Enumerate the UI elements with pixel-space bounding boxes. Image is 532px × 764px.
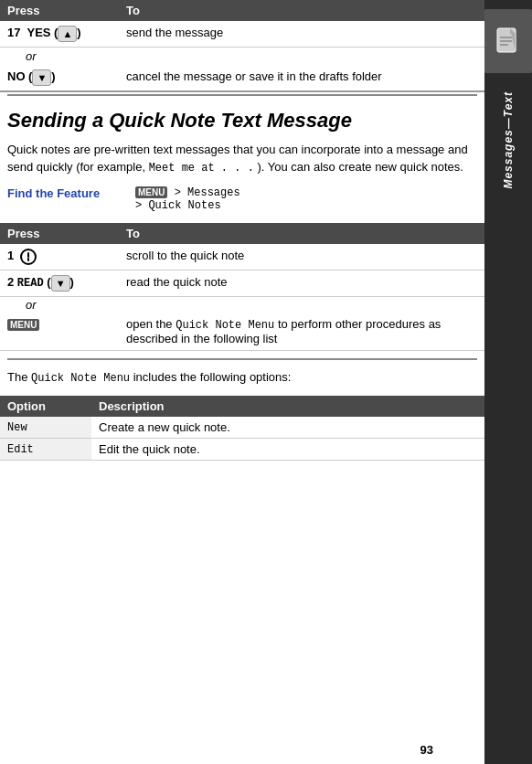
no-button-label: NO (▼) [7, 69, 56, 83]
find-feature-block: Find the Feature MENU > Messages > Quick… [7, 186, 477, 212]
sidebar-text: Messages—Text [502, 91, 515, 189]
find-feature-label: Find the Feature [7, 186, 135, 212]
scroll-icon [20, 249, 37, 265]
sidebar-icon-box [484, 9, 532, 73]
yes-button: YES (▲) [27, 26, 80, 39]
table-row: 17 YES (▲) send the message [0, 21, 484, 48]
section-divider [7, 94, 477, 96]
second-table-header: Press To [0, 223, 484, 244]
second-to-header: To [119, 223, 484, 244]
bottom-suffix: includes the following options: [133, 370, 292, 384]
path-line2: > Quick Notes [135, 199, 221, 212]
sidebar: Messages—Text [484, 0, 532, 764]
menu-table-row: MENU open the Quick Note Menu to perform… [0, 313, 484, 351]
row1-press: 1 [0, 244, 119, 271]
document-icon [492, 25, 525, 58]
or-row2: or [0, 297, 484, 313]
top-table-header: Press To [0, 0, 484, 21]
option-col-header: Option [0, 396, 91, 417]
find-feature-path: MENU > Messages > Quick Notes [135, 186, 240, 212]
list-item: Edit Edit the quick note. [0, 439, 484, 461]
option-new: New [0, 417, 91, 439]
options-header: Option Description [0, 396, 484, 417]
desc-edit: Edit the quick note. [91, 439, 484, 461]
read-button-label: READ [17, 278, 44, 291]
bottom-prefix: The [7, 370, 27, 384]
no-table-row: NO (▼) cancel the message or save it in … [0, 65, 484, 91]
bottom-monospace: Quick Note Menu [31, 372, 130, 385]
yes-btn-icon: ▲ [58, 26, 77, 42]
menu-icon: MENU [135, 186, 167, 198]
press-header: Press [0, 0, 119, 21]
step-press-17: 17 YES (▲) [0, 21, 119, 48]
second-press-header: Press [0, 223, 119, 244]
to-header: To [119, 0, 484, 21]
menu-to-suffix: to perform other procedures as described… [126, 317, 441, 345]
no-btn-icon: ▼ [32, 69, 51, 86]
bottom-divider [7, 358, 477, 360]
menu-to-monospace: Quick Note Menu [176, 319, 274, 332]
table-row: 2 READ (▼) read the quick note [0, 271, 484, 297]
row2-to: read the quick note [119, 271, 484, 297]
options-table: Option Description New Create a new quic… [0, 396, 484, 461]
monospace-example: Meet me at . . . [149, 162, 254, 175]
menu-to-prefix: open the [126, 317, 173, 331]
row2-press: 2 READ (▼) [0, 271, 119, 297]
top-table: Press To 17 YES (▲) send the message or … [0, 0, 484, 92]
no-press: NO (▼) [0, 65, 119, 91]
or-row: or [0, 48, 484, 66]
row1-to: scroll to the quick note [119, 244, 484, 271]
or-label: or [0, 48, 484, 66]
step-to-17: send the message [119, 21, 484, 48]
menu-to: open the Quick Note Menu to perform othe… [119, 313, 484, 351]
read-btn-icon: ▼ [51, 275, 70, 292]
section-title: Sending a Quick Note Text Message [7, 109, 477, 133]
second-table: Press To 1 scroll to the quick note 2 RE… [0, 223, 484, 351]
menu-btn-icon: MENU [7, 319, 39, 331]
option-edit: Edit [0, 439, 91, 461]
menu-press: MENU [0, 313, 119, 351]
desc-new: Create a new quick note. [91, 417, 484, 439]
or-label2: or [0, 297, 484, 313]
path-line1: > Messages [175, 186, 240, 199]
desc-col-header: Description [91, 396, 484, 417]
main-content: Press To 17 YES (▲) send the message or … [0, 0, 484, 764]
bottom-para: The Quick Note Menu includes the followi… [7, 369, 477, 387]
table-row: 1 scroll to the quick note [0, 244, 484, 271]
step-number: 17 [7, 26, 20, 39]
section-body-text2: ). You can also create new quick notes. [257, 160, 463, 174]
page-number: 93 [420, 743, 433, 757]
list-item: New Create a new quick note. [0, 417, 484, 439]
no-to: cancel the message or save it in the dra… [119, 65, 484, 91]
section-body: Quick notes are pre-written text message… [7, 142, 477, 175]
